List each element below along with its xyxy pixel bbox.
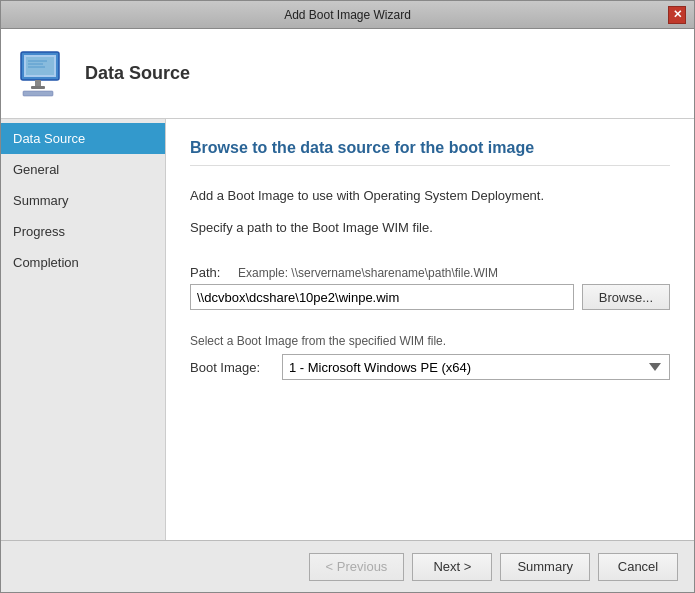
- path-section: Path: Example: \\servername\sharename\pa…: [190, 265, 670, 326]
- path-example: Example: \\servername\sharename\path\fil…: [238, 266, 498, 280]
- sidebar-item-progress[interactable]: Progress: [1, 216, 165, 247]
- header-title: Data Source: [85, 63, 190, 84]
- svg-rect-4: [31, 86, 45, 89]
- sidebar-item-summary[interactable]: Summary: [1, 185, 165, 216]
- window-title: Add Boot Image Wizard: [27, 8, 668, 22]
- bootimage-section: Select a Boot Image from the specified W…: [190, 334, 670, 380]
- close-button[interactable]: ✕: [668, 6, 686, 24]
- next-button[interactable]: Next >: [412, 553, 492, 581]
- path-header-row: Path: Example: \\servername\sharename\pa…: [190, 265, 670, 280]
- header-area: Data Source: [1, 29, 694, 119]
- svg-rect-5: [23, 91, 53, 96]
- path-row: Browse...: [190, 284, 670, 310]
- bootimage-row: Boot Image: 1 - Microsoft Windows PE (x6…: [190, 354, 670, 380]
- description-1: Add a Boot Image to use with Operating S…: [190, 186, 670, 206]
- sidebar-item-completion[interactable]: Completion: [1, 247, 165, 278]
- description-2: Specify a path to the Boot Image WIM fil…: [190, 218, 670, 238]
- content-area: Data Source General Summary Progress Com…: [1, 119, 694, 540]
- main-content: Browse to the data source for the boot i…: [166, 119, 694, 540]
- browse-button[interactable]: Browse...: [582, 284, 670, 310]
- main-heading: Browse to the data source for the boot i…: [190, 139, 670, 166]
- bootimage-label: Boot Image:: [190, 360, 270, 375]
- summary-button[interactable]: Summary: [500, 553, 590, 581]
- bootimage-select[interactable]: 1 - Microsoft Windows PE (x64): [282, 354, 670, 380]
- sidebar-item-general[interactable]: General: [1, 154, 165, 185]
- sidebar: Data Source General Summary Progress Com…: [1, 119, 166, 540]
- wizard-window: Add Boot Image Wizard ✕ D: [0, 0, 695, 593]
- sidebar-item-data-source[interactable]: Data Source: [1, 123, 165, 154]
- select-bootimage-label: Select a Boot Image from the specified W…: [190, 334, 670, 348]
- path-input[interactable]: [190, 284, 574, 310]
- header-icon: [17, 48, 69, 100]
- svg-rect-2: [26, 57, 54, 75]
- previous-button[interactable]: < Previous: [309, 553, 405, 581]
- svg-rect-3: [35, 80, 41, 86]
- cancel-button[interactable]: Cancel: [598, 553, 678, 581]
- path-label: Path:: [190, 265, 230, 280]
- footer: < Previous Next > Summary Cancel: [1, 540, 694, 592]
- titlebar: Add Boot Image Wizard ✕: [1, 1, 694, 29]
